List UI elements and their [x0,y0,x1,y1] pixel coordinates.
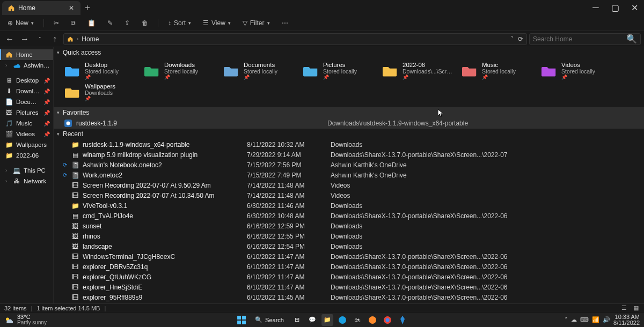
cut-button[interactable]: ✂ [49,18,63,28]
tray-wifi-icon[interactable]: 📶 [592,316,599,323]
recent-item[interactable]: 🎞explorer_HneSjStdiE6/10/2022 11:47 AMDo… [54,282,644,292]
home-icon [5,51,13,58]
sort-button[interactable]: ↕Sort▾ [164,18,195,28]
recent-item[interactable]: ⟳📓Work.onetoc27/15/2022 7:49 PMAshwin Ka… [54,170,644,180]
taskbar-app-firefox[interactable] [367,314,378,326]
pin-icon: 📌 [402,75,455,80]
new-tab-button[interactable]: ＋ [80,0,94,15]
file-type-icon: ▤ [71,151,79,159]
tile-name: Videos [561,62,595,68]
section-quick-access[interactable]: ▾ Quick access [54,47,644,58]
recent-item[interactable]: 📁rustdesk-1.1.9-windows_x64-portable8/11… [54,139,644,150]
quick-access-tile[interactable]: DownloadsStored locally📌 [142,60,219,81]
taskbar-app-store[interactable]: 🛍 [352,314,363,326]
quick-access-tile[interactable]: DesktopStored locally📌 [62,60,140,81]
pin-icon: 📌 [323,75,357,80]
paste-button[interactable]: 📋 [83,18,100,28]
chevron-down-icon: ▾ [57,110,60,115]
close-tab-icon[interactable]: ✕ [68,4,75,12]
documents-icon: 📄 [5,98,13,106]
quick-access-grid: DesktopStored locally📌DownloadsStored lo… [54,58,644,107]
recent-item[interactable]: 🎞explorer_DBRv5Zc31q6/10/2022 11:47 AMDo… [54,262,644,272]
quick-access-tile[interactable]: VideosStored locally📌 [539,60,616,81]
section-favorites[interactable]: ▾ Favorites [54,107,644,118]
tray-chevron-icon[interactable]: ˄ [565,316,568,323]
rename-button[interactable]: ✎ [103,18,117,28]
chevron-right-icon: › [5,168,10,173]
favorite-item[interactable]: rustdesk-1.1.9 Downloads\rustdesk-1.1.9-… [54,118,644,129]
share-button[interactable]: ⇪ [120,18,134,28]
section-recent[interactable]: ▾ Recent [54,129,644,139]
close-window-button[interactable]: ✕ [625,0,644,15]
sidebar-item-documents[interactable]: 📄Documents📌 [0,96,53,107]
sidebar-item-thispc[interactable]: ›💻This PC [0,165,53,176]
sidebar-item-videos[interactable]: 🎬Videos📌 [0,129,53,139]
task-view-button[interactable]: ⊞ [291,314,303,326]
taskbar-clock[interactable]: 10:33 AM 8/11/2022 [613,314,640,326]
forward-button[interactable]: → [18,33,31,46]
recent-item[interactable]: 🎞explorer_95Rff889s96/10/2022 11:45 AMDo… [54,292,644,302]
new-button[interactable]: ⊕ New ▾ [3,18,38,28]
recent-item[interactable]: 🖼sunset6/16/2022 12:59 PMDownloads [54,221,644,231]
recent-item[interactable]: ▤winamp 5.9 milkdrop visualization plugi… [54,150,644,160]
taskbar-app-chrome[interactable] [382,314,393,326]
file-date: 7/14/2022 11:48 AM [247,192,327,199]
home-icon [67,36,74,42]
recent-item[interactable]: ⟳📓Ashwin's Notebook.onetoc27/15/2022 7:5… [54,160,644,170]
recent-locations-button[interactable]: ˅ [33,33,46,46]
history-dropdown-icon[interactable]: ˅ [511,35,514,43]
start-button[interactable] [236,314,247,326]
file-date: 6/10/2022 11:47 AM [247,263,327,271]
recent-item[interactable]: ▤cmd_TvALPlJo4e6/30/2022 10:48 AMDownloa… [54,211,644,221]
search-box[interactable]: 🔍 [529,33,641,45]
sidebar-item-wallpapers[interactable]: 📁Wallpapers [0,139,53,150]
recent-item[interactable]: 📁ViVeTool-v0.3.16/30/2022 11:46 AMDownlo… [54,200,644,211]
refresh-button[interactable]: ⟳ [518,35,523,43]
sidebar-item-music[interactable]: 🎵Music📌 [0,118,53,129]
details-view-button[interactable]: ☰ [620,304,628,312]
view-button[interactable]: ☰View▾ [199,18,235,28]
breadcrumb-home[interactable]: Home [82,35,99,43]
maximize-button[interactable]: ▢ [605,0,625,15]
sidebar-item-desktop[interactable]: 🖥Desktop📌 [0,75,53,86]
delete-button[interactable]: 🗑 [137,18,152,28]
recent-item[interactable]: 🎞WindowsTerminal_7JCgH8eexC6/10/2022 11:… [54,251,644,262]
taskbar-app-generic[interactable] [397,314,408,326]
quick-access-tile[interactable]: WallpapersDownloads📌 [62,81,140,103]
sidebar-item-personal[interactable]: › Ashwin - Personal [0,60,53,71]
minimize-button[interactable]: ─ [586,0,605,15]
tray-onedrive-icon[interactable]: ☁ [571,316,577,323]
taskbar-weather[interactable]: 33°CPartly sunny [4,314,47,325]
sidebar-item-pictures[interactable]: 🖼Pictures📌 [0,107,53,118]
recent-item[interactable]: 🎞Screen Recording 2022-07-07 At 9.50.29 … [54,180,644,190]
copy-button[interactable]: ⧉ [67,18,80,28]
taskbar-app-edge[interactable] [336,314,348,326]
sidebar-item-network[interactable]: ›🖧Network [0,176,53,187]
sidebar-item-202206[interactable]: 📁2022-06 [0,150,53,161]
tray-volume-icon[interactable]: 🔊 [603,316,610,323]
quick-access-tile[interactable]: 2022-06Downloads\...\Screenshots📌 [380,60,457,81]
quick-access-tile[interactable]: PicturesStored locally📌 [301,60,378,81]
sidebar-item-home[interactable]: Home [0,49,53,60]
recent-item[interactable]: 🎞Screen Recording 2022-07-07 At 10.34.50… [54,190,644,200]
search-input[interactable] [533,35,623,43]
up-button[interactable]: ↑ [48,33,61,46]
breadcrumb[interactable]: › Home ˅ ⟳ [63,33,527,45]
thumbnails-view-button[interactable]: ▦ [632,304,640,312]
recent-item[interactable]: 🖼rhinos6/16/2022 12:55 PMDownloads [54,231,644,241]
taskbar-app-chat[interactable]: 💬 [306,314,318,326]
sidebar-item-downloads[interactable]: ⬇Downloads📌 [0,86,53,96]
quick-access-tile[interactable]: MusicStored locally📌 [459,60,537,81]
recent-item[interactable]: 🖼landscape6/16/2022 12:54 PMDownloads [54,241,644,251]
taskbar-search[interactable]: 🔍Search [251,315,288,324]
file-type-icon: 🖼 [71,243,79,250]
back-button[interactable]: ← [3,33,16,46]
tray-language-icon[interactable]: ⌨ [580,316,589,323]
more-button[interactable]: ⋯ [277,18,292,28]
tab-home[interactable]: Home ✕ [2,1,80,15]
taskbar-app-explorer[interactable]: 📁 [321,314,333,326]
filter-button[interactable]: ▽Filter▾ [238,18,274,28]
recent-item[interactable]: 🎞explorer_QtUuhWKzCG6/10/2022 11:47 AMDo… [54,272,644,282]
system-tray[interactable]: ˄ ☁ ⌨ 📶 🔊 10:33 AM 8/11/2022 [565,314,640,326]
quick-access-tile[interactable]: DocumentsStored locally📌 [221,60,298,81]
